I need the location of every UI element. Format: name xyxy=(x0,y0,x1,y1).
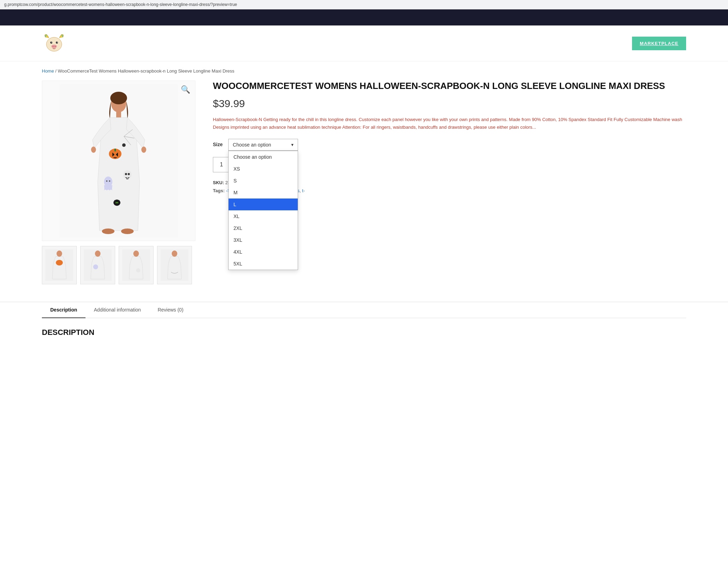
svg-point-13 xyxy=(141,147,146,153)
product-area: 🔍 xyxy=(0,77,728,295)
svg-point-28 xyxy=(116,202,117,203)
dropdown-item-3xl[interactable]: 3XL xyxy=(229,234,298,246)
sku-label: SKU: xyxy=(213,180,224,185)
tags-label: Tags: xyxy=(213,188,226,193)
main-product-image xyxy=(59,84,178,238)
url-text: g.promptcow.com/product/woocommercetest-… xyxy=(4,2,237,7)
tabs-area: Description Additional information Revie… xyxy=(0,302,728,352)
size-dropdown-trigger[interactable]: Choose an option ▼ xyxy=(228,139,298,151)
svg-point-21 xyxy=(109,180,110,182)
tab-reviews[interactable]: Reviews (0) xyxy=(149,302,192,318)
svg-point-34 xyxy=(57,250,62,257)
svg-point-12 xyxy=(91,147,96,153)
svg-point-7 xyxy=(55,46,56,47)
nav-bar xyxy=(0,9,728,25)
chevron-down-icon: ▼ xyxy=(290,143,294,147)
dropdown-item-4xl[interactable]: 4XL xyxy=(229,246,298,258)
svg-point-40 xyxy=(136,268,140,272)
marketplace-button[interactable]: MARKETPLACE xyxy=(632,37,686,50)
logo-area xyxy=(42,31,66,55)
breadcrumb-home[interactable]: Home xyxy=(42,68,54,74)
description-heading: DESCRIPTION xyxy=(42,328,686,337)
svg-point-10 xyxy=(110,92,127,104)
product-details: WOOCOMMERCETEST WOMENS HALLOWEEN-SCRAPBO… xyxy=(213,81,686,284)
breadcrumb: Home / WooCommerceTest Womens Halloween-… xyxy=(0,61,728,77)
svg-point-2 xyxy=(56,42,58,44)
site-logo xyxy=(42,31,66,55)
tab-content-description: DESCRIPTION xyxy=(42,318,686,352)
svg-point-42 xyxy=(172,250,177,257)
size-select-wrapper: Choose an option ▼ Choose an option XS S… xyxy=(228,139,298,151)
size-selected-value: Choose an option xyxy=(233,142,271,148)
svg-point-23 xyxy=(125,173,127,175)
svg-point-5 xyxy=(51,45,57,48)
svg-point-6 xyxy=(53,46,54,47)
svg-point-36 xyxy=(95,250,101,257)
svg-point-4 xyxy=(57,42,58,43)
main-image-container: 🔍 xyxy=(42,81,195,241)
tabs-nav: Description Additional information Revie… xyxy=(42,302,686,318)
svg-rect-15 xyxy=(114,149,116,151)
svg-point-0 xyxy=(46,37,62,51)
svg-point-3 xyxy=(51,42,52,43)
thumbnail-1[interactable] xyxy=(42,246,77,284)
breadcrumb-current: WooCommerceTest Womens Halloween-scrapbo… xyxy=(58,68,235,74)
dropdown-item-xs[interactable]: XS xyxy=(229,163,298,175)
breadcrumb-separator: / xyxy=(55,68,58,74)
address-bar: g.promptcow.com/product/woocommercetest-… xyxy=(0,0,728,9)
size-label: Size xyxy=(213,139,223,147)
tab-additional-information[interactable]: Additional information xyxy=(86,302,149,318)
svg-point-33 xyxy=(56,260,63,265)
svg-point-20 xyxy=(106,180,107,182)
dropdown-item-default[interactable]: Choose an option xyxy=(229,151,298,163)
svg-point-39 xyxy=(133,250,139,257)
tab-description[interactable]: Description xyxy=(42,302,86,318)
tag-t[interactable]: t- xyxy=(302,188,305,193)
product-price: $39.99 xyxy=(213,98,686,110)
dropdown-item-2xl[interactable]: 2XL xyxy=(229,222,298,234)
dropdown-item-xl[interactable]: XL xyxy=(229,210,298,222)
dropdown-item-5xl[interactable]: 5XL xyxy=(229,258,298,270)
svg-point-24 xyxy=(128,173,130,175)
thumbnail-4[interactable] xyxy=(157,246,192,284)
svg-point-18 xyxy=(122,143,126,147)
thumbnail-2[interactable] xyxy=(80,246,115,284)
thumbnail-row xyxy=(42,246,195,284)
dropdown-item-l[interactable]: L xyxy=(229,198,298,210)
svg-point-30 xyxy=(102,228,114,234)
size-row: Size Choose an option ▼ Choose an option… xyxy=(213,139,686,151)
svg-point-1 xyxy=(50,42,52,44)
zoom-icon[interactable]: 🔍 xyxy=(181,85,190,94)
product-title: WOOCOMMERCETEST WOMENS HALLOWEEN-SCRAPBO… xyxy=(213,81,686,91)
svg-point-37 xyxy=(93,264,98,269)
site-header: MARKETPLACE xyxy=(0,25,728,61)
thumbnail-3[interactable] xyxy=(119,246,154,284)
svg-rect-11 xyxy=(116,111,121,118)
svg-point-22 xyxy=(123,170,132,179)
dropdown-item-s[interactable]: S xyxy=(229,175,298,187)
svg-point-29 xyxy=(117,202,118,203)
product-description: Halloween-Scrapbook-N Getting ready for … xyxy=(213,116,686,131)
product-images: 🔍 xyxy=(42,81,195,284)
size-dropdown-list: Choose an option XS S M L XL 2XL 3XL 4XL… xyxy=(228,151,298,270)
dropdown-item-m[interactable]: M xyxy=(229,187,298,198)
svg-point-31 xyxy=(121,228,134,234)
